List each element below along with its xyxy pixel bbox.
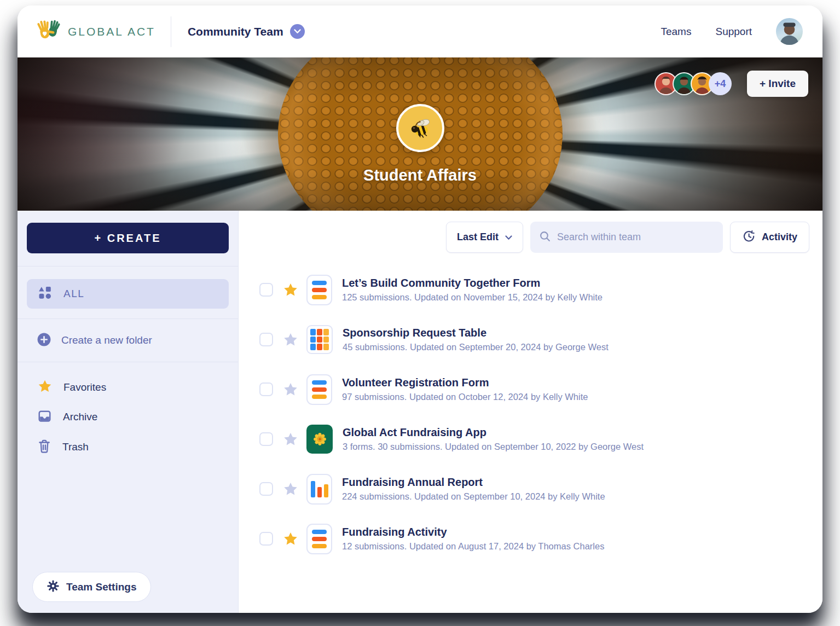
gear-icon [47, 580, 59, 594]
toolbar: Last Edit [246, 222, 809, 253]
team-items-list: Let’s Build Community Together Form125 s… [246, 265, 809, 564]
item-meta: 224 submissions. Updated on September 10… [342, 491, 605, 502]
sidebar-divider [18, 318, 238, 319]
sidebar-item-archive-label: Archive [63, 411, 97, 423]
item-title[interactable]: Volunteer Registration Form [342, 376, 588, 389]
sidebar-divider [18, 266, 238, 266]
main-content: Last Edit [239, 211, 822, 613]
item-text: Sponsorship Request Table45 submissions.… [343, 327, 609, 352]
form-icon [306, 524, 332, 554]
favorite-star-icon[interactable] [282, 431, 299, 448]
archive-icon [38, 409, 51, 425]
nav-link-support[interactable]: Support [715, 26, 752, 38]
activity-button[interactable]: Activity [730, 222, 809, 253]
favorite-star-icon[interactable] [282, 282, 299, 298]
trash-icon [38, 439, 51, 455]
favorite-star-icon[interactable] [282, 481, 299, 497]
create-folder-button[interactable]: Create a new folder [27, 329, 229, 352]
row-checkbox[interactable] [259, 432, 273, 446]
app-icon [306, 425, 333, 454]
plus-circle-icon [37, 332, 51, 349]
form-icon [306, 374, 332, 405]
app-window: GLOBAL ACT Community Team Teams Support [18, 5, 822, 613]
global-act-hands-logo-icon [37, 19, 62, 45]
list-item[interactable]: Sponsorship Request Table45 submissions.… [259, 315, 809, 364]
favorite-star-icon[interactable] [282, 332, 299, 348]
sidebar-item-favorites-label: Favorites [63, 381, 106, 393]
bee-icon [396, 104, 444, 152]
team-switcher-label: Community Team [188, 25, 283, 38]
row-checkbox[interactable] [259, 482, 273, 496]
item-meta: 125 submissions. Updated on November 15,… [342, 292, 603, 303]
sidebar-item-archive[interactable]: Archive [27, 402, 229, 432]
sidebar-item-trash[interactable]: Trash [27, 432, 229, 462]
item-meta: 45 submissions. Updated on September 20,… [343, 342, 609, 352]
team-identity: Student Affairs [18, 67, 822, 211]
user-avatar[interactable] [776, 18, 803, 45]
team-name-title: Student Affairs [363, 166, 477, 184]
team-settings-label: Team Settings [66, 581, 136, 593]
sidebar-item-trash-label: Trash [62, 441, 89, 453]
search-input[interactable] [557, 231, 714, 243]
list-item[interactable]: Let’s Build Community Together Form125 s… [259, 265, 809, 315]
item-text: Fundraising Annual Report224 submissions… [342, 476, 605, 502]
team-settings-button[interactable]: Team Settings [32, 572, 151, 602]
item-title[interactable]: Let’s Build Community Together Form [342, 277, 603, 289]
star-icon [38, 379, 52, 395]
row-checkbox[interactable] [259, 283, 273, 297]
create-button[interactable]: + CREATE [27, 223, 229, 253]
item-title[interactable]: Sponsorship Request Table [343, 327, 609, 339]
chevron-down-icon [505, 231, 512, 243]
team-cover-banner: +4 + Invite [18, 57, 822, 211]
all-shapes-icon [38, 286, 53, 303]
item-title[interactable]: Fundraising Annual Report [342, 476, 605, 489]
brand-name: GLOBAL ACT [68, 25, 155, 38]
topnav-links: Teams Support [661, 18, 803, 45]
row-checkbox[interactable] [259, 532, 273, 546]
list-item[interactable]: Fundraising Annual Report224 submissions… [259, 464, 809, 514]
chevron-down-icon [290, 24, 305, 39]
sidebar-item-all[interactable]: ALL [27, 279, 229, 309]
sidebar-divider [18, 362, 238, 362]
top-navigation: GLOBAL ACT Community Team Teams Support [18, 5, 822, 57]
list-item[interactable]: Global Act Fundraising App3 forms. 30 su… [259, 414, 809, 464]
team-switcher[interactable]: Community Team [188, 24, 305, 39]
favorite-star-icon[interactable] [282, 531, 299, 547]
sidebar-item-all-label: ALL [63, 288, 84, 300]
sidebar-item-favorites[interactable]: Favorites [27, 372, 229, 402]
row-checkbox[interactable] [259, 333, 273, 346]
item-meta: 97 submissions. Updated on October 12, 2… [342, 392, 588, 402]
item-text: Global Act Fundraising App3 forms. 30 su… [343, 426, 644, 452]
search-box [530, 222, 723, 253]
activity-button-label: Activity [762, 231, 797, 243]
sort-dropdown-label: Last Edit [457, 231, 499, 243]
nav-divider [171, 16, 171, 47]
sort-dropdown[interactable]: Last Edit [446, 222, 523, 253]
create-folder-label: Create a new folder [61, 334, 152, 346]
bar-chart-icon [306, 474, 332, 505]
item-meta: 3 forms. 30 submissions. Updated on Sept… [343, 442, 644, 452]
workspace-body: + CREATE ALL [18, 211, 822, 613]
nav-link-teams[interactable]: Teams [661, 26, 691, 38]
list-item[interactable]: Volunteer Registration Form97 submission… [259, 364, 809, 414]
item-title[interactable]: Global Act Fundraising App [343, 426, 644, 439]
form-icon [306, 275, 332, 305]
sidebar: + CREATE ALL [18, 211, 239, 613]
search-icon [539, 230, 551, 244]
row-checkbox[interactable] [259, 382, 273, 396]
history-clock-icon [742, 229, 756, 246]
item-meta: 12 submissions. Updated on August 17, 20… [342, 541, 604, 552]
favorite-star-icon[interactable] [282, 381, 299, 398]
item-text: Volunteer Registration Form97 submission… [342, 376, 588, 402]
list-item[interactable]: Fundraising Activity12 submissions. Upda… [259, 514, 809, 564]
page: GLOBAL ACT Community Team Teams Support [0, 0, 840, 626]
item-text: Fundraising Activity12 submissions. Upda… [342, 526, 604, 552]
item-text: Let’s Build Community Together Form125 s… [342, 277, 603, 303]
brand-logo[interactable]: GLOBAL ACT [37, 19, 155, 45]
table-icon [306, 325, 333, 354]
item-title[interactable]: Fundraising Activity [342, 526, 604, 538]
